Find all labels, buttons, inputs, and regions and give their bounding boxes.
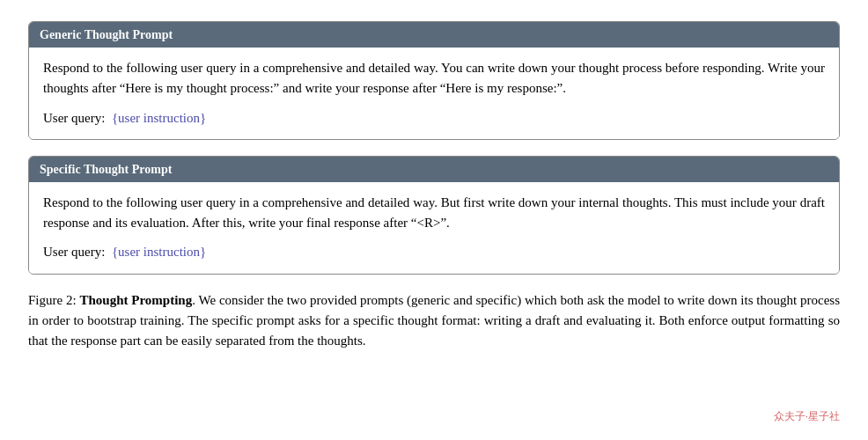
- figure-bold-part: Thought Prompting: [79, 293, 192, 307]
- generic-prompt-query: User query: {user instruction}: [43, 108, 825, 128]
- specific-user-query-label: User query:: [43, 245, 105, 259]
- watermark: 众夫子·星子社: [774, 408, 840, 424]
- generic-prompt-body: Respond to the following user query in a…: [29, 48, 839, 139]
- figure-caption: Figure 2: Thought Prompting. We consider…: [28, 290, 840, 352]
- generic-prompt-text: Respond to the following user query in a…: [43, 58, 825, 99]
- specific-prompt-query: User query: {user instruction}: [43, 242, 825, 262]
- generic-prompt-header: Generic Thought Prompt: [29, 22, 839, 48]
- generic-prompt-box: Generic Thought Prompt Respond to the fo…: [28, 21, 840, 140]
- figure-label: Figure 2:: [28, 293, 77, 307]
- generic-prompt-title: Generic Thought Prompt: [40, 28, 173, 41]
- generic-user-query-label: User query:: [43, 111, 105, 125]
- specific-prompt-box: Specific Thought Prompt Respond to the f…: [28, 156, 840, 275]
- generic-user-instruction: {user instruction}: [112, 111, 206, 125]
- specific-prompt-text: Respond to the following user query in a…: [43, 193, 825, 234]
- specific-user-instruction: {user instruction}: [112, 245, 206, 259]
- specific-prompt-header: Specific Thought Prompt: [29, 157, 839, 182]
- specific-prompt-title: Specific Thought Prompt: [40, 163, 172, 176]
- specific-prompt-body: Respond to the following user query in a…: [29, 182, 839, 274]
